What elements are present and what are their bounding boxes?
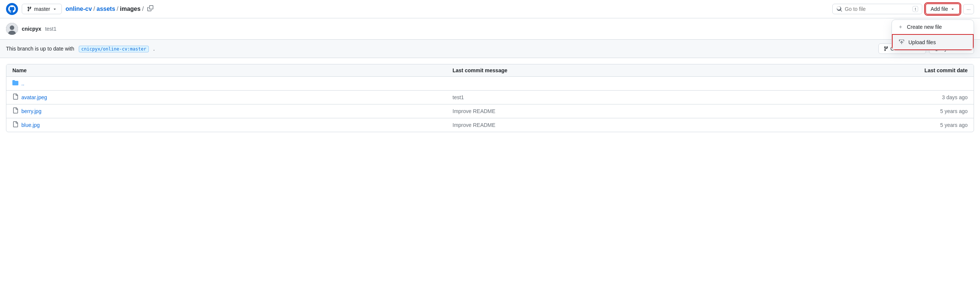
file-name-berry: berry.jpg: [21, 108, 41, 114]
table-row[interactable]: avatar.jpeg test1 3 days ago: [6, 90, 974, 105]
commit-msg-avatar: test1: [452, 94, 892, 100]
breadcrumb-sep3: /: [142, 6, 143, 13]
table-row[interactable]: blue.jpg Improve README 5 years ago: [6, 118, 974, 132]
commit-bar: cnicpyx test1: [0, 18, 980, 40]
more-options-button[interactable]: ···: [963, 4, 974, 14]
nav-left: master online-cv / assets / images /: [6, 3, 828, 15]
upload-files-label: Upload files: [908, 39, 936, 45]
table-row[interactable]: berry.jpg Improve README 5 years ago: [6, 105, 974, 118]
file-table: Name Last commit message Last commit dat…: [6, 64, 974, 132]
avatar: [6, 23, 18, 35]
col-commit-date: Last commit date: [892, 67, 967, 73]
branch-name: master: [34, 6, 50, 12]
contribute-icon: [883, 46, 889, 51]
commit-msg-berry: Improve README: [452, 108, 892, 114]
commit-msg-blue: Improve README: [452, 122, 892, 128]
svg-point-1: [10, 25, 14, 30]
branch-ref-link[interactable]: cnicpyx/online-cv:master: [79, 46, 149, 52]
breadcrumb-sep2: /: [116, 6, 118, 13]
file-link-blue[interactable]: blue.jpg: [13, 121, 452, 129]
breadcrumb: online-cv / assets / images /: [65, 6, 144, 13]
commit-date-berry: 5 years ago: [892, 108, 967, 114]
file-link-berry[interactable]: berry.jpg: [13, 108, 452, 115]
table-header: Name Last commit message Last commit dat…: [6, 64, 974, 77]
breadcrumb-repo[interactable]: online-cv: [65, 6, 92, 13]
branch-info-bar: This branch is up to date with cnicpyx/o…: [0, 40, 980, 58]
top-nav: master online-cv / assets / images /: [0, 0, 980, 18]
parent-dir-name: ..: [21, 81, 24, 87]
file-icon: [13, 93, 18, 101]
col-name: Name: [13, 67, 452, 73]
nav-right: t Add file ···: [832, 3, 974, 14]
create-new-file-label: Create new file: [907, 24, 942, 30]
file-link-avatar[interactable]: avatar.jpeg: [13, 93, 452, 101]
file-name-avatar: avatar.jpeg: [21, 94, 47, 100]
search-shortcut: t: [913, 6, 918, 12]
search-input[interactable]: [845, 6, 910, 12]
add-file-label: Add file: [931, 6, 948, 12]
breadcrumb-sep1: /: [93, 6, 95, 13]
branch-selector[interactable]: master: [22, 4, 62, 14]
branch-info-text: This branch is up to date with cnicpyx/o…: [6, 46, 155, 52]
upload-files-item[interactable]: Upload files: [892, 34, 974, 50]
parent-dir-link[interactable]: ..: [13, 80, 452, 87]
file-icon: [13, 108, 18, 115]
commit-username[interactable]: cnicpyx: [22, 26, 41, 32]
breadcrumb-current: images: [120, 6, 141, 13]
commit-date-blue: 5 years ago: [892, 122, 967, 128]
col-commit-message: Last commit message: [452, 67, 892, 73]
plus-icon: ＋: [898, 24, 903, 30]
breadcrumb-path1[interactable]: assets: [96, 6, 115, 13]
github-logo[interactable]: [6, 3, 18, 15]
copy-icon[interactable]: [147, 5, 153, 13]
more-label: ···: [967, 6, 970, 12]
add-file-button[interactable]: Add file: [925, 3, 960, 14]
commit-message: test1: [45, 26, 56, 32]
folder-icon: [13, 80, 18, 87]
search-box[interactable]: t: [832, 4, 922, 14]
search-icon: [837, 6, 842, 12]
file-icon: [13, 121, 18, 129]
branch-info-period: .: [153, 46, 155, 52]
branch-info-label: This branch is up to date with: [6, 46, 74, 52]
file-name-blue: blue.jpg: [21, 122, 40, 128]
create-new-file-item[interactable]: ＋ Create new file: [892, 20, 974, 34]
table-row[interactable]: ..: [6, 77, 974, 90]
upload-icon: [899, 38, 905, 46]
commit-date-avatar: 3 days ago: [892, 94, 967, 100]
chevron-down-icon: [950, 7, 955, 11]
add-file-dropdown: ＋ Create new file Upload files: [891, 19, 974, 51]
